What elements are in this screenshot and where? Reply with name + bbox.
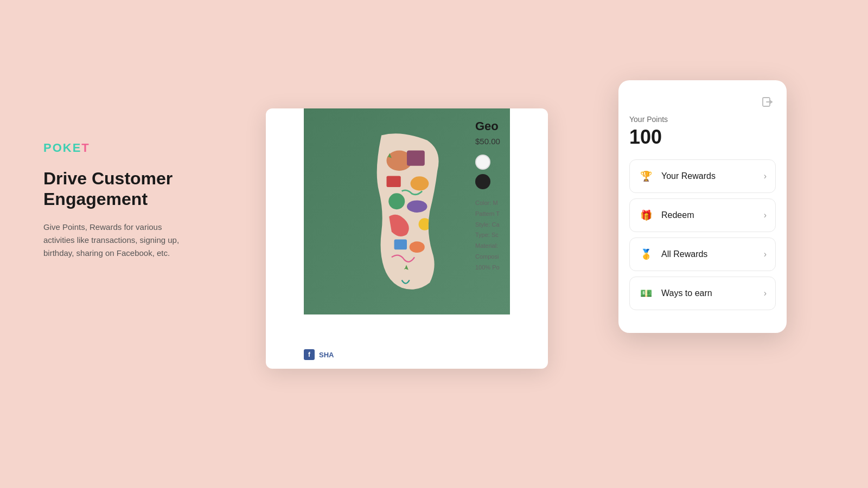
all-rewards-label: All Rewards bbox=[661, 249, 764, 259]
svg-point-5 bbox=[407, 200, 427, 213]
exit-icon[interactable] bbox=[758, 93, 776, 111]
menu-items-container: 🏆Your Rewards›🎁Redeem›🥇All Rewards›💵Ways… bbox=[629, 159, 776, 310]
share-text: SHA bbox=[319, 351, 334, 359]
redeem-icon: 🎁 bbox=[639, 208, 654, 223]
color-swatch-white[interactable] bbox=[475, 155, 490, 170]
product-details: Color: M Pattern T Style: Ca Type: Sc Ma… bbox=[475, 198, 539, 273]
your-rewards-chevron: › bbox=[764, 171, 767, 181]
ways-to-earn-chevron: › bbox=[764, 288, 767, 298]
logo-t: T bbox=[81, 141, 90, 155]
points-value: 100 bbox=[629, 126, 776, 149]
ways-to-earn-label: Ways to earn bbox=[661, 288, 764, 298]
svg-rect-7 bbox=[394, 240, 407, 250]
your-rewards-label: Your Rewards bbox=[661, 171, 764, 181]
your-points-label: Your Points bbox=[629, 115, 776, 124]
description: Give Points, Rewards for various activit… bbox=[43, 221, 195, 260]
ways-to-earn-icon: 💵 bbox=[639, 286, 654, 301]
menu-item-redeem[interactable]: 🎁Redeem› bbox=[629, 198, 776, 232]
svg-rect-2 bbox=[387, 176, 401, 187]
redeem-chevron: › bbox=[764, 210, 767, 220]
rewards-widget: Your Points 100 🏆Your Rewards›🎁Redeem›🥇A… bbox=[618, 80, 787, 333]
your-rewards-icon: 🏆 bbox=[639, 169, 654, 184]
left-section: POKET Drive Customer Engagement Give Poi… bbox=[43, 141, 195, 260]
share-bar[interactable]: f SHA bbox=[304, 349, 334, 360]
svg-point-6 bbox=[419, 218, 431, 230]
svg-rect-1 bbox=[407, 151, 425, 166]
product-price: $50.00 bbox=[475, 137, 539, 146]
svg-point-4 bbox=[388, 193, 405, 209]
menu-item-ways-to-earn[interactable]: 💵Ways to earn› bbox=[629, 277, 776, 310]
svg-point-3 bbox=[411, 176, 429, 190]
product-info: Geo $50.00 Color: M Pattern T Style: Ca … bbox=[467, 108, 548, 284]
svg-point-8 bbox=[410, 241, 425, 253]
facebook-icon: f bbox=[304, 349, 315, 360]
product-mockup: Geo $50.00 Color: M Pattern T Style: Ca … bbox=[266, 108, 548, 369]
color-swatch-black[interactable] bbox=[475, 174, 490, 189]
logo: POKET bbox=[43, 141, 195, 155]
all-rewards-icon: 🥇 bbox=[639, 247, 654, 262]
logo-poke: POKE bbox=[43, 141, 81, 155]
widget-header bbox=[629, 93, 776, 111]
menu-item-all-rewards[interactable]: 🥇All Rewards› bbox=[629, 237, 776, 271]
product-title: Geo bbox=[475, 119, 539, 133]
redeem-label: Redeem bbox=[661, 210, 764, 220]
menu-item-your-rewards[interactable]: 🏆Your Rewards› bbox=[629, 159, 776, 193]
all-rewards-chevron: › bbox=[764, 249, 767, 259]
headline: Drive Customer Engagement bbox=[43, 168, 195, 210]
